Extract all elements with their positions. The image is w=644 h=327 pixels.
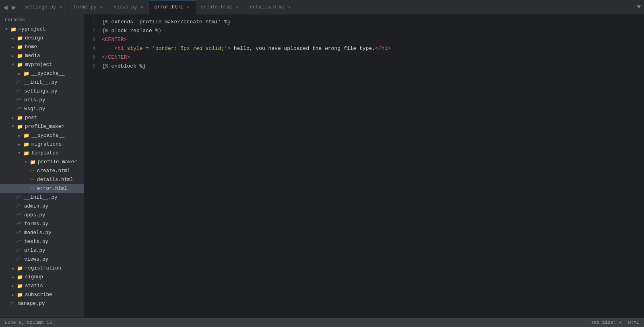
- file-indicator-init-py-2: /*: [16, 195, 23, 200]
- tree-item-static[interactable]: ▶📁static: [0, 282, 84, 290]
- tree-label-urls-py-2: urls.py: [24, 248, 45, 253]
- folder-icon-signup: 📁: [16, 274, 23, 280]
- line-numbers: 123456: [84, 18, 100, 317]
- tree-label-subscribe: subscribe: [25, 292, 52, 298]
- code-line-1: {% extends 'profile_maker/create.html' %…: [102, 18, 644, 27]
- tree-label-registration: registration: [25, 265, 61, 271]
- tree-item-profile-maker[interactable]: ▼📁profile_maker: [0, 122, 84, 131]
- tree-item-media[interactable]: ▶📁media: [0, 51, 84, 60]
- tree-label-create-html-f: create.html: [37, 168, 70, 174]
- tab-label: create.html: [201, 4, 233, 10]
- tab-views-py[interactable]: views.py✕: [109, 0, 150, 14]
- folder-arrow-post: ▶: [10, 116, 16, 120]
- tree-label-views-py-f: views.py: [24, 257, 48, 262]
- tab-close-settings-py[interactable]: ✕: [58, 4, 63, 10]
- tab-close-forms-py[interactable]: ✕: [99, 4, 104, 10]
- tree-item-wsgi-py[interactable]: /*wsgi.py: [0, 105, 84, 113]
- folder-icon-pycache-2: 📁: [23, 133, 30, 139]
- tree-label-forms-py-f: forms.py: [24, 221, 48, 227]
- file-indicator-tests-py: /*: [16, 239, 23, 244]
- tree-item-error-html-f[interactable]: <>error.html: [0, 184, 84, 193]
- folder-arrow-profile-maker-sub: ▼: [23, 160, 29, 164]
- tree-label-design: design: [25, 35, 43, 41]
- folder-arrow-registration: ▶: [10, 266, 16, 271]
- tree-item-design[interactable]: ▶📁design: [0, 34, 84, 43]
- tree-label-migrations: migrations: [31, 142, 62, 147]
- tree-label-init-py-2: __init__.py: [24, 195, 58, 200]
- file-indicator-apps-py: /*: [16, 213, 23, 218]
- tab-close-error-html[interactable]: ✕: [186, 4, 191, 10]
- tab-create-html[interactable]: create.html✕: [196, 0, 245, 14]
- tab-next-button[interactable]: ▶: [10, 3, 18, 11]
- tree-item-settings-py-f[interactable]: /*settings.py: [0, 87, 84, 96]
- tree-item-profile-maker-sub[interactable]: ▼📁profile_maker: [0, 158, 84, 167]
- tree-item-post[interactable]: ▶📁post: [0, 113, 84, 122]
- tree-item-pycache-2[interactable]: ▶📁__pycache__: [0, 131, 84, 140]
- tree-item-urls-py-2[interactable]: /*urls.py: [0, 246, 84, 255]
- line-number-1: 1: [84, 18, 95, 27]
- tree-item-models-py[interactable]: /*models.py: [0, 228, 84, 237]
- tree-item-forms-py-f[interactable]: /*forms.py: [0, 220, 84, 228]
- tab-close-details-html[interactable]: ✕: [287, 4, 292, 10]
- tab-error-html[interactable]: error.html✕: [150, 0, 196, 14]
- tree-item-init-py-2[interactable]: /*__init__.py: [0, 193, 84, 202]
- tree-label-models-py: models.py: [24, 230, 52, 236]
- language-mode[interactable]: HTML: [628, 320, 639, 325]
- tab-close-create-html[interactable]: ✕: [235, 4, 240, 10]
- status-bar: Line 6, Column 15 Tab Size: 4 HTML: [0, 317, 644, 327]
- tree-item-manage-py[interactable]: /*manage.py: [0, 299, 84, 308]
- folder-arrow-pycache-2: ▶: [16, 134, 23, 138]
- folder-icon-post: 📁: [16, 115, 23, 121]
- tree-label-init-py-1: __init__.py: [24, 80, 58, 85]
- tree-item-admin-py[interactable]: /*admin.py: [0, 202, 84, 211]
- tree-item-templates[interactable]: ▼📁templates: [0, 149, 84, 158]
- tab-settings-py[interactable]: settings.py✕: [19, 0, 68, 14]
- folder-icon-pycache-1: 📁: [23, 71, 30, 77]
- file-indicator-models-py: /*: [16, 230, 23, 235]
- folder-arrow-myproject-root: ▼: [3, 27, 10, 31]
- tree-item-details-html-f[interactable]: <>details.html: [0, 175, 84, 184]
- tree-label-home: home: [25, 44, 37, 50]
- line-number-6: 6: [84, 62, 95, 71]
- folder-icon-profile-maker: 📁: [16, 124, 23, 130]
- folder-icon-registration: 📁: [16, 265, 23, 271]
- folder-icon-migrations: 📁: [23, 142, 30, 148]
- tree-item-init-py-1[interactable]: /*__init__.py: [0, 78, 84, 87]
- tab-details-html[interactable]: details.html✕: [245, 0, 297, 14]
- tab-size[interactable]: Tab Size: 4: [591, 320, 621, 325]
- tab-dropdown-button[interactable]: ▼: [634, 4, 644, 11]
- folder-arrow-media: ▶: [10, 54, 16, 58]
- sidebar-header: FOLDERS: [0, 14, 84, 25]
- tree-item-registration[interactable]: ▶📁registration: [0, 264, 84, 273]
- file-indicator-views-py-f: /*: [16, 257, 23, 262]
- code-line-2: {% block replace %}: [102, 27, 644, 35]
- folder-arrow-myproject-sub: ▼: [10, 63, 16, 67]
- folder-icon-media: 📁: [16, 53, 23, 59]
- folder-arrow-pycache-1: ▶: [16, 72, 23, 76]
- tab-forms-py[interactable]: forms.py✕: [68, 0, 109, 14]
- code-lines[interactable]: {% extends 'profile_maker/create.html' %…: [100, 18, 644, 317]
- tab-close-views-py[interactable]: ✕: [140, 4, 144, 10]
- tree-label-tests-py: tests.py: [24, 239, 48, 245]
- tree-label-post: post: [25, 115, 37, 121]
- tree-item-urls-py-1[interactable]: /*urls.py: [0, 96, 84, 105]
- tree-item-home[interactable]: ▶📁home: [0, 43, 84, 51]
- file-indicator-urls-py-1: /*: [16, 98, 23, 103]
- tree-item-create-html-f[interactable]: <>create.html: [0, 167, 84, 175]
- tree-item-apps-py[interactable]: /*apps.py: [0, 211, 84, 220]
- tree-label-templates: templates: [31, 150, 59, 156]
- tree-label-manage-py: manage.py: [18, 301, 45, 306]
- tree-item-views-py-f[interactable]: /*views.py: [0, 255, 84, 264]
- tab-bar: ◀ ▶ settings.py✕forms.py✕views.py✕error.…: [0, 0, 644, 14]
- tree-item-myproject-sub[interactable]: ▼📁myproject: [0, 60, 84, 69]
- tab-prev-button[interactable]: ◀: [2, 3, 9, 11]
- code-line-3: <CENTER>: [102, 35, 644, 44]
- tree-item-tests-py[interactable]: /*tests.py: [0, 237, 84, 246]
- tree-item-myproject-root[interactable]: ▼📁myproject: [0, 25, 84, 34]
- tree-item-pycache-1[interactable]: ▶📁__pycache__: [0, 69, 84, 78]
- tab-label: forms.py: [73, 4, 97, 10]
- tree-item-subscribe[interactable]: ▶📁subscribe: [0, 290, 84, 299]
- tree-item-migrations[interactable]: ▶📁migrations: [0, 140, 84, 149]
- tree-item-signup[interactable]: ▶📁signup: [0, 273, 84, 282]
- tree-label-profile-maker-sub: profile_maker: [38, 159, 77, 165]
